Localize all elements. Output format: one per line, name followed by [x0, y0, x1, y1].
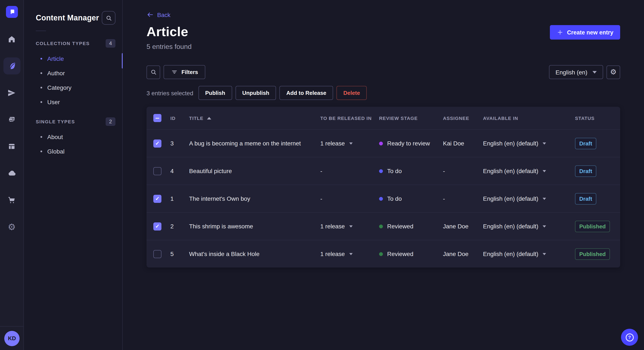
search-icon	[150, 68, 157, 76]
row-release-cell[interactable]: 1 release	[320, 250, 379, 257]
filter-icon	[171, 68, 178, 76]
nav-content-type-builder[interactable]	[3, 138, 20, 155]
main-nav-rail: ⚙ KD	[0, 0, 24, 350]
filters-button[interactable]: Filters	[164, 65, 205, 79]
row-locale-cell[interactable]: English (en) (default)	[483, 250, 575, 257]
search-entries-button[interactable]	[146, 65, 160, 79]
row-locale-value: English (en) (default)	[483, 140, 538, 147]
row-review-stage: Reviewed	[379, 223, 443, 230]
row-release-value: 1 release	[320, 140, 345, 147]
subnav-item[interactable]: About	[24, 130, 122, 144]
row-locale-value: English (en) (default)	[483, 195, 538, 202]
row-locale-cell[interactable]: English (en) (default)	[483, 140, 575, 147]
create-new-entry-button[interactable]: Create new entry	[550, 25, 620, 39]
bullet-icon	[40, 101, 42, 103]
add-to-release-button[interactable]: Add to Release	[280, 86, 333, 100]
row-locale-cell[interactable]: English (en) (default)	[483, 168, 575, 174]
row-release-cell[interactable]: 1 release	[320, 223, 379, 230]
row-assignee: Jane Doe	[443, 250, 483, 257]
column-header-release[interactable]: TO BE RELEASED IN	[320, 116, 379, 121]
table-row[interactable]: ✓ 4 Beautiful picture - To do	[146, 157, 620, 184]
nav-content-manager[interactable]	[3, 57, 20, 74]
row-id: 5	[170, 250, 189, 257]
subnav-item[interactable]: Category	[24, 80, 122, 95]
table-row[interactable]: ✓ 3 A bug is becoming a meme on the inte…	[146, 129, 620, 157]
stage-dot	[379, 224, 383, 228]
table-row[interactable]: ✓ 1 The internet's Own boy - To do	[146, 184, 620, 212]
delete-button[interactable]: Delete	[336, 86, 367, 100]
app-window: ⚙ KD Content Manager COLLECTION TYPES 4	[0, 0, 644, 350]
row-id: 1	[170, 195, 189, 202]
search-icon	[105, 14, 112, 21]
row-locale-value: English (en) (default)	[483, 250, 538, 257]
row-checkbox[interactable]: ✓	[153, 167, 162, 175]
subnav-title: Content Manager	[36, 11, 99, 22]
unpublish-button[interactable]: Unpublish	[235, 86, 276, 100]
nav-deploy[interactable]	[3, 165, 20, 181]
checkmark-icon: ✓	[155, 224, 160, 229]
row-id: 4	[170, 168, 189, 174]
locale-caret-icon	[543, 142, 546, 144]
select-all-checkbox[interactable]	[153, 114, 162, 122]
stage-label: Reviewed	[387, 223, 413, 230]
row-review-stage: To do	[379, 168, 443, 174]
subnav-search-button[interactable]	[102, 11, 116, 25]
collection-types-count-badge: 4	[106, 39, 116, 48]
help-button[interactable]: ?	[621, 329, 638, 346]
gear-icon: ⚙	[610, 68, 617, 76]
stage-dot	[379, 141, 383, 145]
user-avatar[interactable]: KD	[4, 331, 20, 346]
row-checkbox[interactable]: ✓	[153, 222, 162, 230]
chevron-down-icon	[592, 71, 597, 73]
subnav-item[interactable]: Global	[24, 144, 122, 159]
bullet-icon	[40, 58, 42, 59]
feather-pen-icon	[7, 61, 16, 71]
nav-media-library[interactable]	[3, 111, 20, 128]
paper-plane-icon	[7, 88, 16, 97]
back-label: Back	[157, 11, 170, 18]
column-header-title[interactable]: TITLE	[189, 116, 320, 121]
single-types-label: SINGLE TYPES	[36, 119, 75, 124]
nav-releases[interactable]	[3, 84, 20, 101]
view-settings-button[interactable]: ⚙	[606, 65, 620, 79]
stage-label: To do	[387, 168, 402, 174]
row-release-cell[interactable]: -	[320, 195, 379, 202]
row-checkbox[interactable]: ✓	[153, 139, 162, 147]
plus-icon	[557, 29, 564, 36]
column-header-assignee[interactable]: ASSIGNEE	[443, 116, 483, 121]
row-locale-cell[interactable]: English (en) (default)	[483, 195, 575, 202]
table-row[interactable]: ✓ 5 What's inside a Black Hole 1 release…	[146, 240, 620, 268]
row-checkbox[interactable]: ✓	[153, 250, 162, 258]
stage-dot	[379, 252, 383, 256]
subnav-item-label: Category	[47, 84, 72, 91]
locale-select[interactable]: English (en)	[549, 65, 603, 79]
back-link[interactable]: Back	[146, 0, 170, 18]
column-header-review-stage[interactable]: REVIEW STAGE	[379, 116, 443, 121]
row-release-value: -	[320, 195, 322, 202]
publish-button[interactable]: Publish	[198, 86, 232, 100]
strapi-logo[interactable]	[6, 6, 18, 18]
subnav-item[interactable]: User	[24, 95, 122, 109]
arrow-left-icon	[146, 11, 154, 18]
nav-marketplace[interactable]	[3, 191, 20, 208]
column-header-status[interactable]: STATUS	[575, 116, 620, 121]
column-header-available-in[interactable]: AVAILABLE IN	[483, 116, 575, 121]
column-header-id[interactable]: ID	[170, 116, 189, 121]
bullet-icon	[40, 72, 42, 74]
row-release-value: 1 release	[320, 223, 345, 230]
table-row[interactable]: ✓ 2 This shrimp is awesome 1 release Rev…	[146, 212, 620, 240]
row-release-cell[interactable]: -	[320, 168, 379, 174]
row-assignee: -	[443, 195, 483, 202]
subnav-item-label: Article	[47, 55, 64, 62]
subnav-item[interactable]: Article	[24, 51, 122, 66]
row-locale-cell[interactable]: English (en) (default)	[483, 223, 575, 230]
row-release-cell[interactable]: 1 release	[320, 140, 379, 147]
row-assignee: -	[443, 168, 483, 174]
subnav-item[interactable]: Author	[24, 66, 122, 80]
row-assignee: Kai Doe	[443, 140, 483, 147]
nav-home[interactable]	[3, 31, 20, 48]
content-manager-subnav: Content Manager COLLECTION TYPES 4 Artic…	[24, 0, 123, 350]
locale-caret-icon	[543, 253, 546, 255]
nav-settings[interactable]: ⚙	[3, 218, 20, 235]
row-checkbox[interactable]: ✓	[153, 194, 162, 203]
